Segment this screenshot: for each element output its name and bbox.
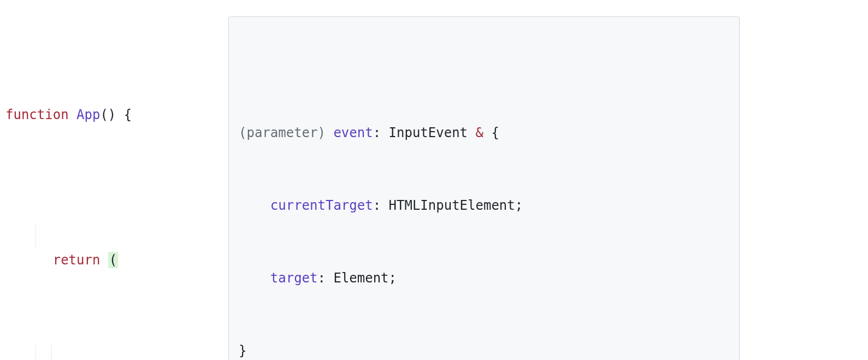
- code-editor[interactable]: function App() { return ( <> <input onIn…: [5, 5, 863, 360]
- token-punct: :: [373, 125, 389, 140]
- token-kind-label: (parameter): [239, 125, 333, 140]
- token-amp: &: [476, 125, 483, 140]
- token-punct: () {: [100, 107, 132, 122]
- token-property: target: [270, 270, 318, 286]
- token-type: InputEvent: [389, 125, 476, 140]
- token-type: : Element;: [318, 270, 397, 286]
- token-keyword: return: [53, 252, 101, 268]
- tooltip-line: currentTarget: HTMLInputElement;: [239, 193, 729, 217]
- tooltip-line: (parameter) event: InputEvent & {: [239, 121, 729, 145]
- tooltip-line: }: [239, 339, 729, 360]
- indent-guide: [36, 224, 36, 248]
- token-punct: {: [483, 125, 499, 140]
- hover-tooltip[interactable]: (parameter) event: InputEvent & { curren…: [228, 16, 740, 360]
- token-function-name: App: [76, 107, 100, 122]
- tooltip-signature-section: (parameter) event: InputEvent & { curren…: [229, 66, 739, 360]
- token-keyword: function: [5, 107, 69, 122]
- tooltip-line: target: Element;: [239, 266, 729, 290]
- bracket-highlight: (: [108, 252, 118, 268]
- indent-guide: [51, 345, 52, 360]
- token-param-name: event: [333, 125, 373, 140]
- token-property: currentTarget: [270, 198, 373, 213]
- indent-guide: [36, 345, 36, 360]
- token-punct: }: [239, 343, 246, 358]
- token-type: : HTMLInputElement;: [373, 198, 523, 213]
